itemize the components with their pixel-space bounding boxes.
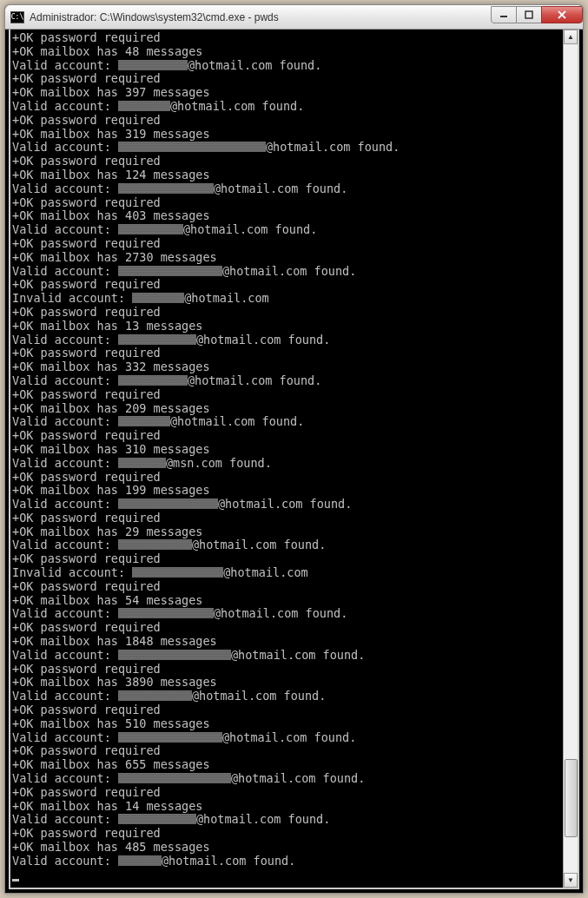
- terminal-line: +OK password required: [12, 621, 563, 635]
- terminal-line: +OK mailbox has 14 messages: [12, 800, 563, 814]
- close-icon: [557, 10, 567, 20]
- terminal-line: Valid account: @hotmail.com found.: [12, 333, 563, 347]
- redacted-username: [132, 293, 184, 303]
- terminal-line: +OK password required: [12, 31, 563, 45]
- terminal-line: +OK password required: [12, 663, 563, 677]
- terminal-line: Valid account: @hotmail.com found.: [12, 813, 563, 827]
- scroll-up-button[interactable]: ▲: [564, 30, 578, 44]
- terminal-line: +OK mailbox has 13 messages: [12, 320, 563, 333]
- redacted-username: [118, 334, 196, 345]
- terminal-line: Valid account: @hotmail.com found.: [12, 141, 563, 155]
- terminal-line: Valid account: @hotmail.com found.: [12, 182, 563, 196]
- titlebar[interactable]: C:\ Administrador: C:\Windows\system32\c…: [5, 5, 583, 30]
- scroll-thumb[interactable]: [565, 759, 578, 837]
- terminal-line: +OK password required: [12, 471, 563, 485]
- redacted-username: [118, 732, 222, 743]
- terminal-line: +OK mailbox has 485 messages: [12, 841, 563, 855]
- window-controls: [492, 6, 583, 23]
- terminal-line: +OK mailbox has 209 messages: [12, 402, 563, 416]
- redacted-username: [118, 855, 162, 866]
- terminal-output[interactable]: +OK password required+OK mailbox has 48 …: [10, 30, 563, 888]
- terminal-line: +OK mailbox has 397 messages: [12, 86, 563, 100]
- terminal-line: +OK password required: [12, 744, 563, 758]
- terminal-line: +OK password required: [12, 237, 563, 251]
- terminal-line: +OK password required: [12, 580, 563, 594]
- cmd-window: C:\ Administrador: C:\Windows\system32\c…: [4, 4, 584, 894]
- redacted-username: [118, 142, 266, 152]
- terminal-line: +OK password required: [12, 429, 563, 443]
- vertical-scrollbar[interactable]: ▲ ▼: [563, 30, 578, 888]
- terminal-line: +OK password required: [12, 552, 563, 566]
- redacted-username: [118, 773, 231, 783]
- terminal-line: +OK password required: [12, 196, 563, 210]
- terminal-line: +OK password required: [12, 114, 563, 128]
- minimize-button[interactable]: [491, 6, 517, 23]
- terminal-line: +OK password required: [12, 827, 563, 841]
- terminal-line: Valid account: @hotmail.com found.: [12, 538, 563, 552]
- redacted-username: [118, 266, 222, 276]
- terminal-line: Valid account: @hotmail.com found.: [12, 690, 563, 703]
- terminal-line: +OK mailbox has 1848 messages: [12, 635, 563, 649]
- redacted-username: [118, 60, 188, 70]
- terminal-line: +OK mailbox has 29 messages: [12, 525, 563, 539]
- terminal-line: +OK password required: [12, 703, 563, 717]
- redacted-username: [118, 650, 231, 660]
- terminal-line: +OK password required: [12, 512, 563, 525]
- redacted-username: [118, 608, 214, 618]
- redacted-username: [118, 375, 188, 386]
- terminal-line: +OK password required: [12, 786, 563, 800]
- scroll-down-button[interactable]: ▼: [564, 873, 578, 888]
- terminal-line: +OK mailbox has 319 messages: [12, 128, 563, 142]
- redacted-username: [118, 814, 196, 824]
- redacted-username: [118, 690, 192, 701]
- terminal-line: +OK mailbox has 403 messages: [12, 209, 563, 223]
- cursor-line: [12, 868, 563, 882]
- redacted-username: [118, 539, 192, 550]
- window-title: Administrador: C:\Windows\system32\cmd.e…: [30, 11, 492, 23]
- terminal-line: Valid account: @hotmail.com found.: [12, 265, 563, 279]
- terminal-line: +OK password required: [12, 306, 563, 320]
- terminal-line: Valid account: @msn.com found.: [12, 457, 563, 471]
- redacted-username: [132, 567, 223, 578]
- close-button[interactable]: [541, 6, 583, 23]
- svg-rect-1: [525, 11, 532, 18]
- terminal-line: +OK mailbox has 510 messages: [12, 717, 563, 731]
- minimize-icon: [499, 10, 508, 19]
- terminal-line: Valid account: @hotmail.com found.: [12, 223, 563, 237]
- terminal-line: Invalid account: @hotmail.com: [12, 566, 563, 580]
- terminal-line: Valid account: @hotmail.com found.: [12, 649, 563, 663]
- terminal-line: Invalid account: @hotmail.com: [12, 292, 563, 306]
- terminal-line: +OK mailbox has 48 messages: [12, 45, 563, 59]
- terminal-line: +OK password required: [12, 347, 563, 360]
- maximize-button[interactable]: [516, 6, 542, 23]
- terminal-line: Valid account: @hotmail.com found.: [12, 607, 563, 621]
- redacted-username: [118, 458, 166, 468]
- terminal-line: Valid account: @hotmail.com found.: [12, 59, 563, 73]
- redacted-username: [118, 499, 218, 509]
- redacted-username: [118, 416, 170, 426]
- terminal-line: +OK mailbox has 199 messages: [12, 484, 563, 498]
- terminal-line: +OK password required: [12, 278, 563, 292]
- terminal-line: +OK password required: [12, 72, 563, 86]
- redacted-username: [118, 183, 214, 194]
- terminal-line: Valid account: @hotmail.com found.: [12, 731, 563, 745]
- terminal-line: Valid account: @hotmail.com found.: [12, 772, 563, 786]
- terminal-line: +OK mailbox has 2730 messages: [12, 251, 563, 265]
- maximize-icon: [525, 10, 533, 19]
- redacted-username: [118, 101, 170, 111]
- terminal-line: +OK password required: [12, 155, 563, 168]
- terminal-line: +OK mailbox has 54 messages: [12, 594, 563, 608]
- terminal-line: Valid account: @hotmail.com found.: [12, 415, 563, 429]
- terminal-line: +OK password required: [12, 388, 563, 402]
- cmd-icon: C:\: [10, 11, 24, 23]
- text-cursor: [12, 879, 19, 881]
- terminal-line: Valid account: @hotmail.com found.: [12, 374, 563, 388]
- terminal-line: +OK mailbox has 3890 messages: [12, 676, 563, 690]
- terminal-line: +OK mailbox has 332 messages: [12, 360, 563, 374]
- terminal-line: Valid account: @hotmail.com found.: [12, 855, 563, 868]
- terminal-line: +OK mailbox has 310 messages: [12, 443, 563, 457]
- terminal-line: +OK mailbox has 124 messages: [12, 168, 563, 182]
- terminal-line: Valid account: @hotmail.com found.: [12, 100, 563, 114]
- terminal-line: Valid account: @hotmail.com found.: [12, 498, 563, 512]
- redacted-username: [118, 224, 183, 234]
